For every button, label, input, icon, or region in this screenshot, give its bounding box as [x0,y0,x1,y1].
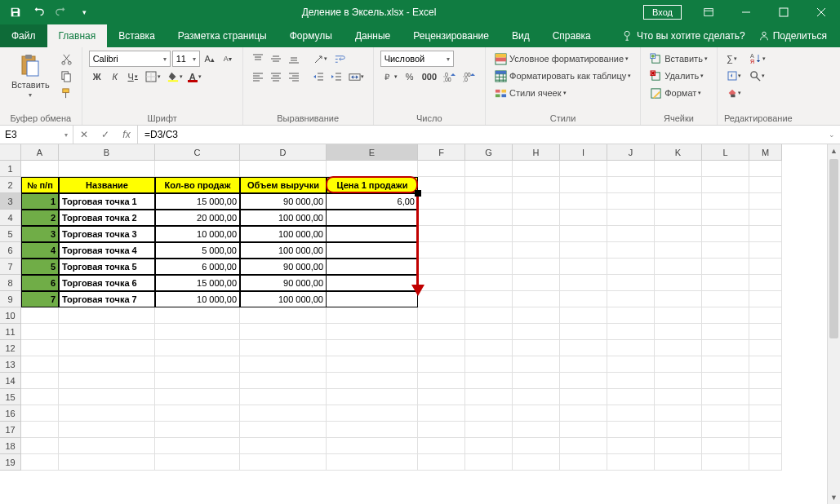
cell[interactable]: Цена 1 продажи [327,177,418,193]
cell[interactable] [655,291,702,307]
cell[interactable] [560,242,607,259]
scroll-down-icon[interactable]: ▼ [828,491,840,504]
maximize-icon[interactable] [765,0,802,24]
cell[interactable] [560,307,607,324]
copy-icon[interactable] [58,68,75,84]
row-header-2[interactable]: 2 [0,177,21,193]
cell[interactable]: 6,00 [327,193,418,210]
insert-cells-button[interactable]: Вставить▾ [647,51,710,67]
cell[interactable] [155,405,240,422]
cell[interactable] [513,193,560,210]
delete-cells-button[interactable]: Удалить▾ [647,68,706,84]
cell[interactable] [59,324,155,340]
cell[interactable] [59,373,155,389]
cell[interactable] [749,422,782,438]
cell[interactable]: 4 [21,242,59,259]
cell[interactable] [327,259,418,275]
cell[interactable] [21,389,59,405]
column-header-D[interactable]: D [240,144,327,161]
cell[interactable] [655,177,702,193]
cell[interactable] [155,438,240,454]
cell[interactable] [560,259,607,275]
cell[interactable] [513,226,560,242]
select-all-corner[interactable] [0,144,21,161]
row-header-8[interactable]: 8 [0,275,21,291]
cell[interactable] [607,210,655,226]
cell[interactable] [418,275,465,291]
cell[interactable] [418,405,465,422]
cell[interactable] [240,454,327,471]
decrease-decimal-icon[interactable]: ,00,0 [460,69,478,85]
row-header-7[interactable]: 7 [0,259,21,275]
cell[interactable] [655,324,702,340]
cell[interactable] [655,356,702,373]
cell[interactable]: 15 000,00 [155,275,240,291]
cell[interactable] [513,242,560,259]
save-icon[interactable] [5,2,26,23]
cell[interactable] [749,259,782,275]
cell[interactable]: 6 [21,275,59,291]
cell[interactable] [327,307,418,324]
cell[interactable] [418,161,465,177]
cell[interactable] [513,454,560,471]
cell[interactable] [749,340,782,356]
increase-font-icon[interactable]: A▴ [202,51,218,67]
cell[interactable] [240,340,327,356]
cell[interactable] [327,422,418,438]
cell[interactable] [465,226,513,242]
cell[interactable] [607,438,655,454]
cell[interactable] [560,422,607,438]
italic-button[interactable]: К [107,69,123,85]
cell[interactable] [607,454,655,471]
cell[interactable] [513,438,560,454]
login-button[interactable]: Вход [643,5,682,20]
cell[interactable] [465,259,513,275]
row-header-3[interactable]: 3 [0,193,21,210]
cell[interactable] [155,161,240,177]
column-header-L[interactable]: L [702,144,749,161]
cell[interactable] [327,356,418,373]
column-header-H[interactable]: H [513,144,560,161]
cell[interactable] [560,177,607,193]
cell[interactable] [59,389,155,405]
cell[interactable]: 90 000,00 [240,193,327,210]
cell[interactable] [465,454,513,471]
cell[interactable] [702,291,749,307]
cell[interactable] [749,210,782,226]
cell[interactable] [59,454,155,471]
qat-customize-icon[interactable]: ▾ [73,2,95,23]
sort-filter-icon[interactable]: AЯ▾ [747,51,768,67]
row-header-15[interactable]: 15 [0,389,21,405]
row-header-16[interactable]: 16 [0,405,21,422]
cell[interactable] [655,454,702,471]
redo-icon[interactable] [51,2,72,23]
row-header-19[interactable]: 19 [0,454,21,471]
font-size-combo[interactable]: 11▾ [172,51,200,67]
cell[interactable] [59,356,155,373]
cell[interactable] [749,275,782,291]
cell[interactable]: 7 [21,291,59,307]
cell[interactable] [240,438,327,454]
cell[interactable] [513,324,560,340]
decrease-indent-icon[interactable] [310,69,327,85]
tab-review[interactable]: Рецензирование [402,24,500,47]
cell[interactable] [59,405,155,422]
tab-home[interactable]: Главная [47,24,108,47]
cell[interactable] [155,373,240,389]
cell[interactable] [607,422,655,438]
cell[interactable] [560,454,607,471]
font-color-icon[interactable]: A▾ [187,69,204,85]
tab-insert[interactable]: Вставка [107,24,167,47]
cell[interactable] [418,177,465,193]
cell[interactable] [327,242,418,259]
cell[interactable] [702,438,749,454]
cell-styles-button[interactable]: Стили ячеек▾ [492,85,569,101]
tell-me[interactable]: Что вы хотите сделать? [622,30,745,42]
cell[interactable] [513,177,560,193]
ribbon-options-icon[interactable] [690,0,727,24]
format-cells-button[interactable]: Формат▾ [647,85,704,101]
cell[interactable] [607,226,655,242]
cell[interactable] [155,307,240,324]
accounting-format-icon[interactable]: ₽▾ [380,69,400,85]
cell[interactable] [513,422,560,438]
